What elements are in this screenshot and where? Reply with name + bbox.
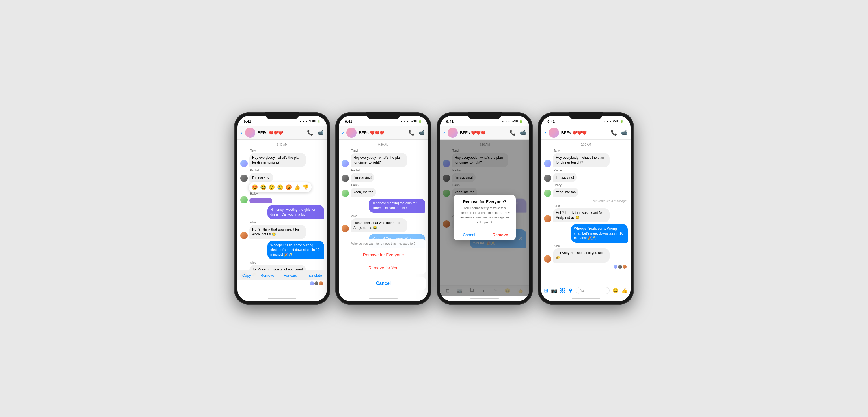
msg-row-hailey-4: Hailey Yeah, me too: [544, 184, 628, 197]
emoji-icon-4[interactable]: 😊: [612, 288, 619, 294]
sender-alice2-4: Alice: [554, 244, 628, 247]
ctx-translate-1[interactable]: Translate: [307, 273, 322, 277]
react-laugh[interactable]: 😂: [260, 184, 266, 190]
avatar-tanvi-1: [240, 160, 248, 167]
bubble-out-purple-2: Hi honey! Meeting the girls for dinner. …: [369, 199, 425, 213]
alert-cancel-btn-3[interactable]: Cancel: [454, 229, 485, 240]
bubble-tanvi-2: Hey everybody - what's the plan for dinn…: [350, 153, 407, 167]
video-icon-4[interactable]: 📹: [621, 129, 627, 136]
phone-icon-2[interactable]: 📞: [408, 129, 414, 136]
avatar-hailey-2: [342, 189, 349, 197]
phone-icon-4[interactable]: 📞: [611, 129, 617, 136]
home-indicator-4: [572, 298, 600, 299]
camera-icon-4[interactable]: 📷: [551, 288, 557, 294]
alert-overlay-3: Remove for Everyone? You'll permanently …: [440, 140, 529, 296]
react-love[interactable]: 😍: [252, 184, 258, 190]
video-icon-1[interactable]: 📹: [317, 129, 323, 136]
screen-4: 9:41 ▲▲▲ WiFi 🔋 ‹ BFFs ❤️❤️❤️ 📞 📹 9:30 A…: [541, 116, 630, 301]
phone-1: 9:41 ▲▲▲ WiFi 🔋 ‹ BFFs ❤️❤️❤️ 📞 📹 9:30 A…: [234, 112, 330, 305]
msg-tanvi-4: Hey everybody - what's the plan for dinn…: [544, 153, 628, 167]
removed-message-indicator-4: You removed a message: [544, 199, 626, 203]
avatar-rachel-2: [342, 175, 349, 182]
bubble-out-blue-1: Whoops! Yeah, sorry. Wrong chat. Let's m…: [268, 241, 324, 260]
wifi-icon-3: WiFi: [512, 120, 518, 123]
sender-hailey-2: Hailey: [351, 184, 425, 187]
back-button-1[interactable]: ‹: [241, 129, 243, 136]
avatar-hailey-4: [544, 189, 551, 197]
group-name-4: BFFs ❤️❤️❤️: [561, 130, 609, 135]
msg-hailey-4: Yeah, me too: [544, 187, 628, 197]
group-avatar-img-3: [447, 127, 458, 138]
notch-2: [366, 112, 400, 119]
remove-for-you-btn-2[interactable]: Remove for You: [341, 261, 426, 274]
bubble-rachel-4: I'm starving!: [553, 173, 577, 182]
bubble-hailey-4: Yeah, me too: [553, 187, 579, 197]
msg-row-out-blue-4: Whoops! Yeah, sorry. Wrong chat. Let's m…: [544, 224, 628, 243]
group-name-2: BFFs ❤️❤️❤️: [359, 130, 406, 135]
video-icon-2[interactable]: 📹: [418, 129, 425, 136]
msg-row-tanvi-2: Tanvi Hey everybody - what's the plan fo…: [342, 149, 425, 167]
back-button-2[interactable]: ‹: [342, 129, 344, 136]
battery-icon-4: 🔋: [620, 120, 624, 123]
action-sheet-2: Who do you want to remove this message f…: [339, 239, 428, 296]
signal-icon-4: ▲▲▲: [602, 120, 612, 123]
header-action-icons-1: 📞 📹: [307, 129, 323, 136]
react-wow[interactable]: 😲: [269, 184, 275, 190]
battery-icon: 🔋: [317, 120, 321, 123]
back-button-4[interactable]: ‹: [545, 129, 547, 136]
wifi-icon-4: WiFi: [613, 120, 619, 123]
wifi-icon-2: WiFi: [410, 120, 417, 123]
avatar-tanvi-4: [544, 160, 551, 167]
seen-av-4-2: [618, 265, 622, 269]
time-2: 9:41: [345, 119, 352, 124]
phone-icon-1[interactable]: 📞: [307, 129, 313, 136]
header-title-1: BFFs ❤️❤️❤️: [257, 130, 305, 135]
avatar-tanvi-2: [342, 160, 349, 167]
avatar-alice2-4: [544, 255, 551, 263]
react-sad[interactable]: 😢: [277, 184, 283, 190]
bubble-alice2-4: Tell Andy hi -- see all of you soon! 🌮: [553, 248, 610, 263]
ctx-copy-1[interactable]: Copy: [242, 273, 251, 277]
sender-alice-4: Alice: [554, 204, 628, 207]
chat-header-4: ‹ BFFs ❤️❤️❤️ 📞 📹: [541, 126, 630, 140]
video-icon-3[interactable]: 📹: [520, 129, 526, 136]
group-name-3: BFFs ❤️❤️❤️: [460, 130, 507, 135]
home-bar-4: [541, 296, 630, 301]
bottom-bar-4: ⊞ 📷 🖼 🎙 Aa 😊 👍: [541, 285, 630, 296]
group-avatar-img-4: [549, 127, 559, 138]
react-thumbsup[interactable]: 👍: [294, 184, 300, 190]
reaction-bar-1: 😍 😂 😲 😢 😡 👍 👎: [249, 182, 312, 192]
bubble-hailey-1: [249, 198, 272, 203]
back-button-3[interactable]: ‹: [443, 129, 445, 136]
grid-icon-4[interactable]: ⊞: [544, 288, 548, 294]
bubble-out-purple-1: Hi honey! Meeting the girls for dinner. …: [268, 205, 324, 219]
remove-everyone-btn-2[interactable]: Remove for Everyone: [341, 248, 426, 261]
group-avatar-4: [549, 127, 559, 138]
image-icon-4[interactable]: 🖼: [560, 288, 565, 294]
ctx-forward-1[interactable]: Forward: [284, 273, 298, 277]
msg-row-rachel-4: Rachel I'm starving!: [544, 169, 628, 182]
thumb-icon-4[interactable]: 👍: [621, 288, 628, 294]
phone-3: 9:41 ▲▲▲ WiFi 🔋 ‹ BFFs ❤️❤️❤️ 📞 📹 9:30 A…: [437, 112, 533, 305]
phone-icon-3[interactable]: 📞: [509, 129, 516, 136]
sender-alice-2: Alice: [351, 214, 425, 217]
avatar-hailey-1: [240, 196, 248, 203]
msg-row-hailey-1: 😍 😂 😲 😢 😡 👍 👎 Hailey: [240, 192, 324, 203]
alert-remove-btn-3[interactable]: Remove: [485, 229, 516, 240]
msg-row-rachel-2: Rachel I'm starving!: [342, 169, 425, 182]
message-input-4[interactable]: Aa: [576, 287, 610, 294]
sender-hailey-1: Hailey: [250, 192, 324, 195]
seen-av-4-1: [614, 265, 618, 269]
msg-hailey-2: Yeah, me too: [342, 187, 425, 197]
ctx-remove-1[interactable]: Remove: [260, 273, 274, 277]
mic-icon-4[interactable]: 🎙: [568, 288, 573, 294]
screen-2: 9:41 ▲▲▲ WiFi 🔋 ‹ BFFs ❤️❤️❤️ 📞 📹 9:30 A…: [339, 116, 428, 301]
alert-message-3: You'll permanently remove this message f…: [454, 206, 516, 229]
msg-alice-2: Huh? I think that was meant for Andy, no…: [342, 218, 425, 233]
cancel-btn-2[interactable]: Cancel: [341, 277, 426, 290]
react-angry[interactable]: 😡: [285, 184, 292, 190]
msg-out-blue-4: Whoops! Yeah, sorry. Wrong chat. Let's m…: [544, 224, 628, 243]
react-thumbsdown[interactable]: 👎: [303, 184, 309, 190]
avatar-alice-2: [342, 225, 349, 232]
msg-row-out-purple-2: Hi honey! Meeting the girls for dinner. …: [342, 199, 425, 213]
